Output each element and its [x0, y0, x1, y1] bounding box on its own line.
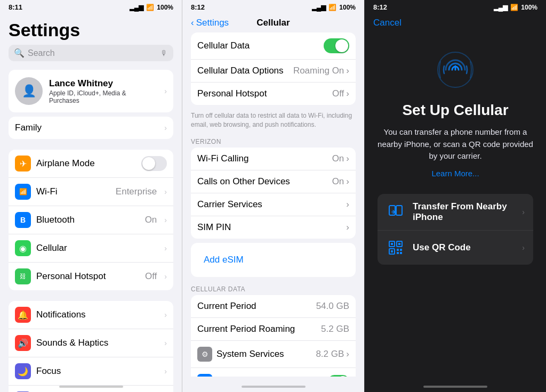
- learn-more-link[interactable]: Learn More...: [431, 169, 479, 178]
- svg-rect-12: [397, 252, 399, 254]
- calls-other-devices-row[interactable]: Calls on Other Devices On ›: [191, 170, 356, 193]
- add-esim-row[interactable]: Add eSIM: [191, 243, 356, 277]
- svg-rect-2: [389, 206, 395, 215]
- cellular-scroll-content: Cellular Data Cellular Data Options Roam…: [182, 32, 364, 377]
- qr-code-label: Use QR Code: [413, 242, 515, 253]
- focus-icon: 🌙: [15, 363, 31, 379]
- wifi-calling-chevron-icon: ›: [346, 153, 349, 164]
- search-icon: 🔍: [14, 48, 25, 58]
- toggle-on-knob: [335, 39, 348, 52]
- search-input[interactable]: Search: [28, 48, 157, 58]
- sim-pin-label: SIM PIN: [197, 222, 231, 233]
- hotspot-row[interactable]: ⛓ Personal Hotspot Off ›: [9, 263, 173, 290]
- cellular-row[interactable]: ◉ Cellular ›: [9, 234, 173, 263]
- mic-icon: 🎙: [160, 49, 168, 58]
- options-chevron-icon: ›: [346, 66, 349, 76]
- family-row[interactable]: Family ›: [9, 117, 173, 139]
- svg-rect-3: [396, 206, 402, 215]
- battery-panel2: 100%: [339, 4, 356, 11]
- settings-header: Settings 🔍 Search 🎙: [0, 13, 182, 70]
- cancel-button[interactable]: Cancel: [373, 18, 402, 28]
- hotspot-label: Personal Hotspot: [36, 271, 140, 282]
- cellular-data-section-label: CELLULAR DATA: [182, 281, 364, 295]
- airplane-mode-row[interactable]: ✈ Airplane Mode: [9, 150, 173, 178]
- status-bar-panel1: 8:11 ▂▄▆ 📶 100%: [0, 0, 182, 13]
- setup-content: Set Up Cellular You can transfer a phone…: [365, 32, 546, 275]
- current-period-roaming-value: 5.2 GB: [321, 324, 349, 334]
- safari-toggle-knob: [338, 376, 348, 377]
- safari-toggle[interactable]: [328, 375, 349, 377]
- wifi-label: Wi-Fi: [36, 186, 110, 197]
- cellular-data-group: Cellular Data Cellular Data Options Roam…: [191, 32, 356, 105]
- airplane-mode-icon: ✈: [15, 156, 31, 172]
- cellular-nav: ‹ Settings Cellular: [182, 13, 364, 32]
- time-panel1: 8:11: [9, 3, 22, 11]
- connectivity-group: ✈ Airplane Mode 📶 Wi-Fi Enterprise › B B…: [9, 150, 173, 290]
- page-title: Settings: [9, 18, 173, 45]
- cellular-chevron-icon: ›: [164, 244, 167, 252]
- esim-group: Add eSIM: [191, 243, 356, 277]
- bluetooth-row[interactable]: B Bluetooth On ›: [9, 206, 173, 234]
- profile-row[interactable]: 👤 Lance Whitney Apple ID, iCloud+, Media…: [9, 70, 173, 112]
- home-indicator-3: [423, 386, 487, 388]
- battery-panel1: 100%: [157, 4, 173, 11]
- personal-hotspot-row2[interactable]: Personal Hotspot Off ›: [191, 83, 356, 105]
- profile-name: Lance Whitney: [49, 78, 158, 89]
- wifi-icon: 📶: [15, 184, 31, 200]
- notifications-chevron-icon: ›: [164, 311, 167, 319]
- svg-rect-13: [400, 252, 402, 254]
- wifi-calling-row[interactable]: Wi-Fi Calling On ›: [191, 148, 356, 170]
- setup-description: You can transfer a phone number from a n…: [378, 126, 533, 162]
- wifi-row[interactable]: 📶 Wi-Fi Enterprise ›: [9, 178, 173, 206]
- wifi-icon-2: 📶: [328, 4, 336, 11]
- back-button[interactable]: ‹ Settings: [191, 18, 229, 28]
- cellular-panel: 8:12 ▂▄▆ 📶 100% ‹ Settings Cellular Cell…: [182, 0, 365, 392]
- signal-icon: ▂▄▆: [130, 4, 144, 11]
- sim-pin-chevron-icon: ›: [346, 222, 349, 233]
- cellular-data-options-label: Cellular Data Options: [197, 66, 284, 76]
- bluetooth-label: Bluetooth: [36, 215, 140, 225]
- transfer-nearby-option[interactable]: Transfer From Nearby iPhone ›: [378, 194, 533, 231]
- setup-title: Set Up Cellular: [402, 102, 508, 119]
- home-indicator-2: [242, 386, 306, 388]
- system-services-label: ⚙ System Services: [197, 347, 284, 362]
- notifications-row[interactable]: 🔔 Notifications ›: [9, 301, 173, 329]
- verizon-section-label: VERIZON: [182, 134, 364, 148]
- bluetooth-chevron-icon: ›: [164, 216, 167, 224]
- carrier-services-value: ›: [346, 199, 349, 210]
- cellular-data-options-row[interactable]: Cellular Data Options Roaming On ›: [191, 60, 356, 83]
- carrier-services-row[interactable]: Carrier Services ›: [191, 193, 356, 216]
- sim-pin-row[interactable]: SIM PIN ›: [191, 216, 356, 239]
- sounds-row[interactable]: 🔊 Sounds & Haptics ›: [9, 329, 173, 357]
- time-panel3: 8:12: [373, 3, 387, 11]
- profile-subtitle: Apple ID, iCloud+, Media & Purchases: [49, 89, 158, 104]
- back-label: Settings: [196, 18, 229, 28]
- verizon-group: Wi-Fi Calling On › Calls on Other Device…: [191, 148, 356, 239]
- airplane-mode-toggle[interactable]: [141, 156, 167, 171]
- cellular-data-row[interactable]: Cellular Data: [191, 32, 356, 60]
- wifi-value: Enterprise: [116, 186, 157, 197]
- setup-options: Transfer From Nearby iPhone ›: [378, 194, 533, 265]
- cellular-note: Turn off cellular data to restrict all d…: [182, 109, 364, 134]
- current-period-value: 54.0 GB: [316, 301, 349, 312]
- sounds-chevron-icon: ›: [164, 339, 167, 347]
- profile-info: Lance Whitney Apple ID, iCloud+, Media &…: [49, 78, 158, 104]
- cellular-data-toggle[interactable]: [324, 38, 349, 53]
- hotspot-icon: ⛓: [15, 268, 31, 284]
- system-services-row[interactable]: ⚙ System Services 8.2 GB ›: [191, 341, 356, 368]
- bluetooth-value: On: [145, 215, 157, 225]
- setup-cellular-icon: [434, 48, 477, 91]
- personal-hotspot-value2: Off ›: [332, 88, 349, 99]
- search-bar[interactable]: 🔍 Search 🎙: [9, 45, 173, 61]
- status-icons-panel3: ▂▄▆ 📶 100%: [494, 4, 537, 11]
- data-usage-group: Current Period 54.0 GB Current Period Ro…: [191, 295, 356, 377]
- safari-row[interactable]: 🧭 Safari: [191, 368, 356, 377]
- focus-row[interactable]: 🌙 Focus ›: [9, 357, 173, 386]
- notifications-group: 🔔 Notifications › 🔊 Sounds & Haptics › 🌙…: [9, 301, 173, 392]
- family-chevron-icon: ›: [164, 124, 167, 132]
- qr-code-option[interactable]: Use QR Code ›: [378, 231, 533, 265]
- settings-panel: 8:11 ▂▄▆ 📶 100% Settings 🔍 Search 🎙 👤 La…: [0, 0, 182, 392]
- setup-nav: Cancel: [365, 13, 546, 32]
- add-esim-button[interactable]: Add eSIM: [197, 249, 250, 271]
- svg-rect-10: [397, 249, 399, 251]
